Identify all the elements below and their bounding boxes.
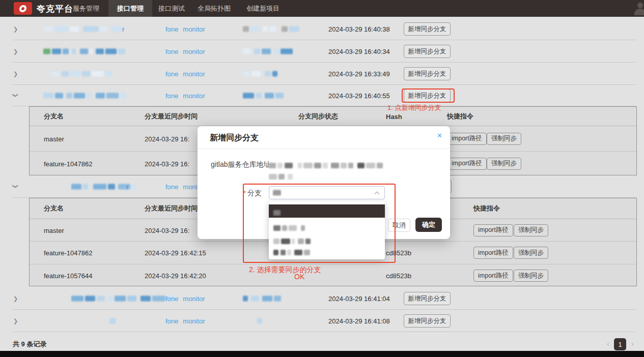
branch-sync-time: 2024-03-29 16: [145,135,189,142]
service-row: ❯ fonemonitor 2024-03-29 16:41:04 新增同步分支 [0,287,644,310]
user-avatar-icon[interactable] [634,2,644,15]
fone-link[interactable]: fone [165,317,178,325]
redacted-status [243,295,281,302]
add-sync-branch-button[interactable]: 新增同步分支 [404,67,451,80]
branch-name: feature-1047862 [44,249,92,257]
expand-chevron-icon[interactable]: ❯ [13,318,18,324]
expand-chevron-icon[interactable]: ❯ [13,48,18,55]
col-sync-status: 分支同步状态 [298,112,338,121]
modal-close-icon[interactable]: × [437,131,442,140]
import-path-button[interactable]: import路径 [447,158,487,170]
import-path-button[interactable]: import路径 [447,133,487,145]
col-last-sync-time: 分支最近同步时间 [145,112,198,121]
pagination-next-icon[interactable]: › [631,340,634,348]
import-path-button[interactable]: import路径 [473,270,513,282]
force-sync-button[interactable]: 强制同步 [514,247,548,259]
expand-chevron-icon[interactable]: ❯ [13,26,18,33]
col-quick-commands: 快捷指令 [473,204,500,213]
service-row: ❯ r fonemonitor 2024-03-29 16:40:38 新增同步… [0,18,644,40]
force-sync-button[interactable]: 强制同步 [514,224,548,236]
redacted-service-name [109,318,116,324]
redacted-service-name [43,93,126,99]
nav-item-global-topology[interactable]: 全局拓扑图 [198,0,231,17]
pagination-page-1[interactable]: 1 [614,338,626,350]
annotation-box-step1 [402,88,455,103]
expand-chevron-icon[interactable]: ❯ [13,295,18,302]
fone-link[interactable]: fone [165,70,178,78]
confirm-button[interactable]: 确定 [415,218,442,232]
add-sync-branch-button[interactable]: 新增同步分支 [404,45,451,58]
gitlab-repo-label: gitlab服务仓库地址 [211,160,270,169]
row-timestamp: 2024-03-29 16:41:08 [328,317,390,325]
service-name-suffix: r [126,183,128,191]
brand-logo-icon [14,2,32,15]
nav-item-interface-management[interactable]: 接口管理 [108,0,152,17]
row-timestamp: 2024-03-29 16:41:04 [328,295,390,303]
fone-link[interactable]: fone [165,25,178,33]
service-row: ❯ fonemonitor 2024-03-29 16:40:34 新增同步分支 [0,40,644,63]
pagination-prev-icon[interactable]: ‹ [607,340,609,348]
monitor-link[interactable]: monitor [183,48,205,55]
add-sync-branch-button[interactable]: 新增同步分支 [404,22,451,36]
redacted-service-name [71,295,175,302]
top-navbar: 夸克平台 服务管理 接口管理 接口测试 全局拓扑图 创建新项目 [0,0,644,17]
col-quick-commands: 快捷指令 [447,112,473,121]
redacted-status [243,93,284,99]
app-root: 夸克平台 服务管理 接口管理 接口测试 全局拓扑图 创建新项目 ❯ r fone… [0,0,644,357]
nav-item-service-management[interactable]: 服务管理 [73,0,99,17]
monitor-link[interactable]: monitor [183,70,205,78]
branch-name: feature-1057644 [44,272,92,280]
row-timestamp: 2024-03-29 16:33:49 [328,70,390,78]
collapse-chevron-icon[interactable]: ❯ [12,93,19,98]
redacted-service-name [43,48,125,55]
branch-sync-time: 2024-03-29 16:42:15 [145,249,206,257]
redacted-status [243,26,299,33]
branch-row: feature-1057644 2024-03-29 16:42:20 cd85… [30,264,636,287]
brand-title: 夸克平台 [37,3,73,15]
import-path-button[interactable]: import路径 [473,224,513,236]
force-sync-button[interactable]: 强制同步 [487,133,521,145]
col-hash: Hash [386,112,402,120]
redacted-service-name [51,71,113,77]
annotation-step2-text: 2. 选择需要同步的分支 [249,265,321,275]
redacted-service-name [43,26,122,33]
expand-chevron-icon[interactable]: ❯ [13,71,18,77]
redacted-repo-url-line2 [269,173,293,180]
add-sync-branch-button[interactable]: 新增同步分支 [404,292,451,305]
col-branch-name: 分支名 [44,112,64,121]
row-timestamp: 2024-03-29 16:40:34 [328,48,390,55]
monitor-link[interactable]: monitor [183,295,205,303]
redacted-status [243,71,277,77]
nav-item-interface-test[interactable]: 接口测试 [158,0,185,17]
fone-link[interactable]: fone [165,48,178,55]
nav-item-create-project[interactable]: 创建新项目 [246,0,279,17]
col-branch-name: 分支名 [44,204,64,213]
force-sync-button[interactable]: 强制同步 [514,270,548,282]
import-path-button[interactable]: import路径 [473,247,513,259]
annotation-box-step2 [243,184,396,263]
collapse-chevron-icon[interactable]: ❯ [12,184,19,189]
branch-name: master [44,226,64,234]
fone-link[interactable]: fone [165,295,178,303]
force-sync-button[interactable]: 强制同步 [487,158,521,170]
service-name-suffix: r [122,25,124,33]
annotation-ok-text: OK [294,273,304,281]
redacted-status [243,48,293,55]
redacted-repo-url-line1 [269,162,383,169]
service-row: ❯ fonemonitor 2024-03-29 16:33:49 新增同步分支 [0,63,644,85]
bottom-edge-bar [0,351,644,357]
modal-title: 新增同步分支 [210,133,259,143]
service-row-expanded: ❯ fonemonitor 2024-03-29 16:40:55 新增同步分支 [0,85,644,106]
monitor-link[interactable]: monitor [183,92,205,100]
monitor-link[interactable]: monitor [183,25,205,33]
branch-name: master [44,135,64,142]
row-timestamp: 2024-03-29 16:40:38 [328,25,390,33]
branch-hash: cd8523b [386,272,411,280]
add-sync-branch-button[interactable]: 新增同步分支 [404,314,451,328]
branch-sync-time: 2024-03-29 16: [145,160,189,167]
col-last-sync-time: 分支最近同步时间 [145,204,198,213]
fone-link[interactable]: fone [165,183,178,191]
monitor-link[interactable]: monitor [183,317,205,325]
modal-header-divider [198,148,450,149]
fone-link[interactable]: fone [165,92,178,100]
